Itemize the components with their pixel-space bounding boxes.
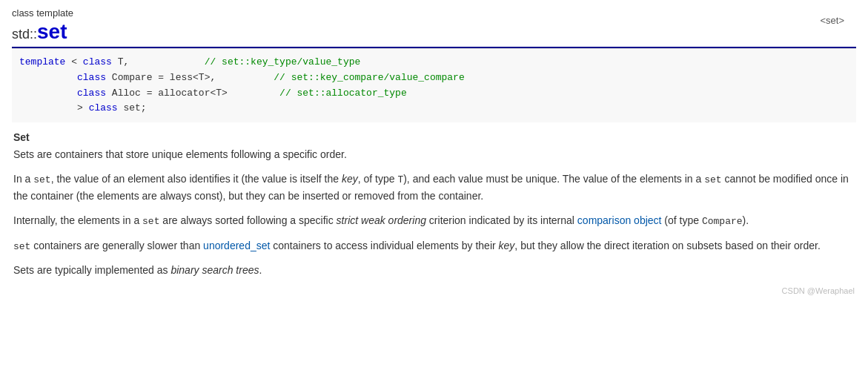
set-top-link[interactable]: <set> (820, 15, 844, 26)
paragraph-5: Sets are typically implemented as binary… (13, 262, 855, 278)
template-kw: template (19, 56, 65, 67)
comparison-object-link[interactable]: comparison object (577, 214, 662, 226)
para3-pre: Internally, the elements in a (13, 214, 142, 226)
para5-end: . (259, 264, 262, 276)
section-title: Set (13, 131, 855, 143)
unordered-set-link[interactable]: unordered_set (203, 240, 270, 251)
paragraph-3: Internally, the elements in a set are al… (13, 212, 855, 230)
code-block: template < class T, // set::key_type/val… (12, 48, 856, 122)
namespace-prefix: std:: (12, 27, 37, 42)
para3-italic: strict weak ordering (337, 214, 426, 226)
para3-set: set (142, 216, 159, 227)
para3-mid2: criterion indicated by its internal (426, 214, 577, 226)
class-name: set (37, 20, 67, 43)
para4-key: key (499, 240, 515, 251)
comment-3: // set::allocator_type (279, 88, 407, 99)
para5-italic: binary search trees (170, 264, 259, 276)
class-kw-3: class (77, 88, 106, 99)
class-kw-2: class (77, 72, 106, 83)
para4-set: set (13, 241, 30, 252)
para2-key: key (342, 173, 358, 185)
para2-set2: set (704, 174, 721, 185)
class-kw-1: class (83, 56, 112, 67)
para4-end2: , but they allow the direct iteration on… (514, 240, 820, 251)
paragraph-1: Sets are containers that store unique el… (13, 146, 855, 162)
paragraph-4: set containers are generally slower than… (13, 237, 855, 255)
comment-1: // set::key_type/value_type (205, 56, 361, 67)
class-kw-4: class (89, 102, 118, 113)
para3-end2: ). (743, 214, 749, 226)
class-label: class template (12, 7, 856, 19)
para5-pre: Sets are typically implemented as (13, 264, 170, 276)
class-title: std::set (12, 20, 67, 44)
para2-mid: , the value of an element also identifie… (51, 173, 342, 185)
para2-set1: set (33, 174, 50, 185)
comment-2: // set::key_compare/value_compare (274, 72, 464, 83)
para2-pre: In a (13, 173, 33, 185)
para4-end: containers to access individual elements… (270, 240, 498, 251)
para2-mid2: , of type (358, 173, 398, 185)
para3-Compare: Compare (702, 216, 743, 227)
header-area: class template std::set <set> (12, 7, 856, 48)
para3-end: (of type (661, 214, 701, 226)
para4-mid: containers are generally slower than (30, 240, 203, 251)
footer-credit: CSDN @Weraphael (13, 286, 855, 295)
para3-mid: are always sorted following a specific (159, 214, 336, 226)
content-area: Set Sets are containers that store uniqu… (12, 131, 856, 295)
para2-end: ), and each value must be unique. The va… (403, 173, 704, 185)
paragraph-2: In a set, the value of an element also i… (13, 171, 855, 205)
